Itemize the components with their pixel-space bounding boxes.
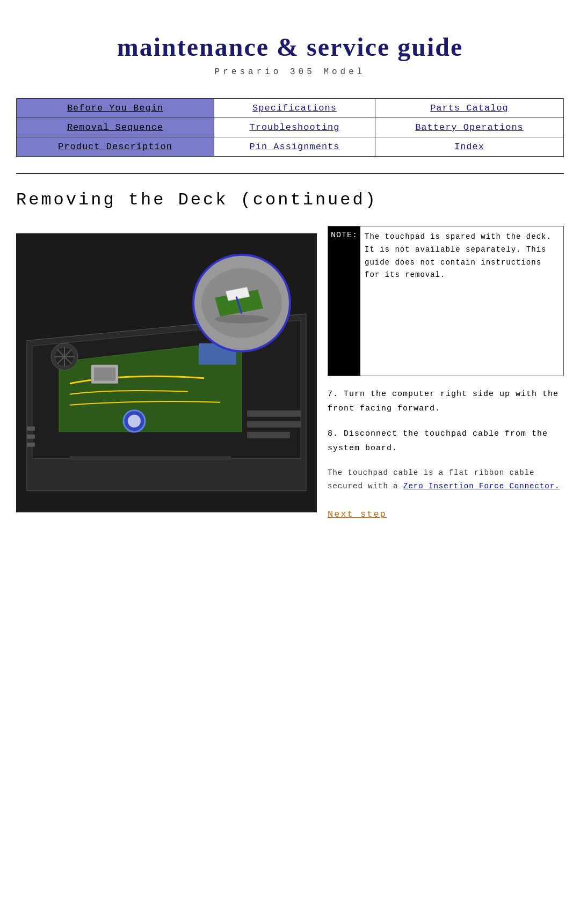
note-text: The touchpad is spared with the deck. It… bbox=[360, 226, 563, 376]
bottom-spacer bbox=[16, 536, 564, 643]
nav-link[interactable]: Product Description bbox=[58, 142, 172, 152]
laptop-illustration bbox=[16, 226, 317, 519]
nav-cell: Parts Catalog bbox=[375, 99, 563, 118]
step-7: 7. Turn the computer right side up with … bbox=[328, 387, 564, 416]
nav-cell: Specifications bbox=[214, 99, 375, 118]
nav-cell: Before You Begin bbox=[17, 99, 214, 118]
nav-link[interactable]: Parts Catalog bbox=[430, 103, 509, 113]
svg-point-14 bbox=[128, 415, 141, 428]
svg-rect-15 bbox=[27, 427, 35, 431]
nav-cell: Removal Sequence bbox=[17, 118, 214, 137]
svg-rect-16 bbox=[27, 435, 35, 439]
nav-link[interactable]: Troubleshooting bbox=[250, 122, 340, 133]
svg-rect-19 bbox=[247, 410, 301, 417]
nav-link[interactable]: Before You Begin bbox=[67, 103, 163, 113]
nav-cell: Battery Operations bbox=[375, 118, 563, 137]
nav-table: Before You BeginSpecificationsParts Cata… bbox=[16, 98, 564, 157]
nav-cell: Pin Assignments bbox=[214, 137, 375, 157]
svg-rect-18 bbox=[70, 456, 231, 460]
nav-link[interactable]: Index bbox=[454, 142, 484, 152]
svg-rect-20 bbox=[247, 421, 301, 428]
svg-rect-6 bbox=[94, 368, 115, 381]
svg-rect-17 bbox=[27, 443, 35, 447]
svg-rect-21 bbox=[247, 432, 290, 438]
nav-link[interactable]: Specifications bbox=[252, 103, 337, 113]
note-box: NOTE: The touchpad is spared with the de… bbox=[328, 226, 564, 376]
subtitle: Presario 305 Model bbox=[16, 67, 564, 77]
svg-point-27 bbox=[215, 315, 269, 324]
tip-text: The touchpad cable is a flat ribbon cabl… bbox=[328, 466, 564, 493]
note-label: NOTE: bbox=[328, 226, 360, 376]
zif-link[interactable]: Zero Insertion Force Connector. bbox=[403, 482, 560, 490]
nav-link[interactable]: Pin Assignments bbox=[250, 142, 340, 152]
nav-link[interactable]: Removal Sequence bbox=[67, 122, 163, 133]
page-wrapper: maintenance & service guide Presario 305… bbox=[0, 0, 580, 675]
right-content: NOTE: The touchpad is spared with the de… bbox=[328, 226, 564, 519]
nav-cell: Index bbox=[375, 137, 563, 157]
content-area: NOTE: The touchpad is spared with the de… bbox=[16, 226, 564, 519]
nav-cell: Product Description bbox=[17, 137, 214, 157]
nav-divider bbox=[16, 173, 564, 174]
laptop-image-area bbox=[16, 226, 317, 519]
section-title: Removing the Deck (continued) bbox=[16, 190, 564, 210]
page-header: maintenance & service guide Presario 305… bbox=[16, 32, 564, 77]
next-step-link[interactable]: Next step bbox=[328, 509, 564, 519]
nav-cell: Troubleshooting bbox=[214, 118, 375, 137]
main-title: maintenance & service guide bbox=[16, 32, 564, 62]
nav-link[interactable]: Battery Operations bbox=[415, 122, 524, 133]
step-8: 8. Disconnect the touchpad cable from th… bbox=[328, 427, 564, 456]
